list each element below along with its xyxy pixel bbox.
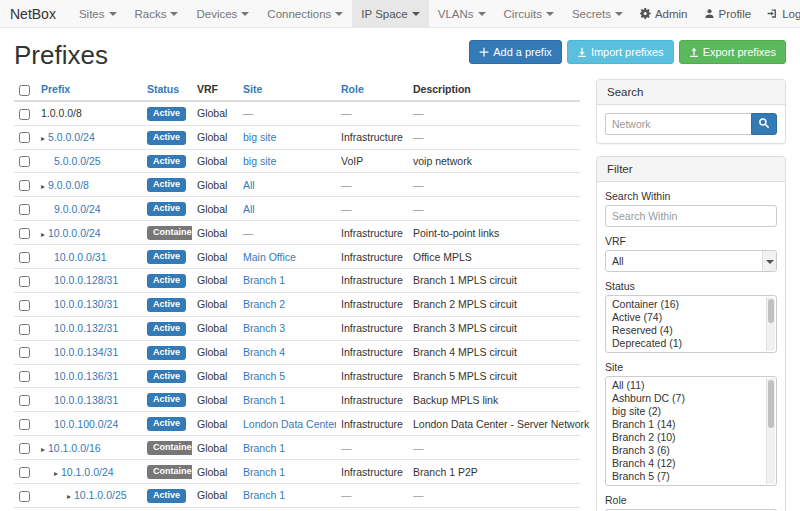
search-input[interactable]: [605, 113, 751, 135]
listbox-option[interactable]: big site (2): [606, 405, 764, 418]
prefix-link[interactable]: 10.1.0.0/16: [48, 442, 101, 454]
row-checkbox[interactable]: [19, 109, 30, 120]
site-link[interactable]: big site: [243, 155, 276, 167]
select-dropdown-button[interactable]: [762, 251, 776, 271]
scrollbar-thumb[interactable]: [768, 299, 774, 323]
site-link[interactable]: Branch 1: [243, 274, 285, 286]
row-checkbox[interactable]: [19, 300, 30, 311]
site-link[interactable]: Branch 5: [243, 370, 285, 382]
site-link[interactable]: big site: [243, 131, 276, 143]
row-checkbox[interactable]: [19, 467, 30, 478]
listbox-option[interactable]: Reserved (4): [606, 324, 764, 337]
expand-toggle-icon[interactable]: ▸: [41, 134, 45, 143]
prefix-link[interactable]: 10.0.0.138/31: [54, 394, 118, 406]
row-checkbox[interactable]: [19, 180, 30, 191]
site-link[interactable]: Branch 2: [243, 298, 285, 310]
sort-link-prefix[interactable]: Prefix: [41, 83, 70, 95]
site-link[interactable]: All: [243, 203, 255, 215]
site-link[interactable]: Branch 4: [243, 346, 285, 358]
export-prefixes-button[interactable]: Export prefixes: [679, 40, 786, 64]
site-link[interactable]: Branch 3: [243, 322, 285, 334]
select-all-checkbox[interactable]: [19, 85, 30, 96]
nav-item-ip-space[interactable]: IP Space: [352, 0, 428, 27]
prefix-link[interactable]: 10.1.0.0/24: [61, 466, 114, 478]
listbox-option[interactable]: Branch 3 (6): [606, 444, 764, 457]
prefix-link[interactable]: 10.0.0.128/31: [54, 274, 118, 286]
site-link[interactable]: Branch 1: [243, 442, 285, 454]
filter-listbox-status[interactable]: Container (16)Active (74)Reserved (4)Dep…: [605, 295, 777, 353]
sort-link-site[interactable]: Site: [243, 83, 262, 95]
prefix-cell: 1.0.0.0/8: [36, 101, 142, 125]
nav-item-vlans[interactable]: VLANs: [429, 0, 495, 27]
row-checkbox[interactable]: [19, 347, 30, 358]
site-link[interactable]: Branch 1: [243, 489, 285, 501]
prefix-link[interactable]: 5.0.0.0/24: [48, 131, 95, 143]
expand-toggle-icon[interactable]: ▸: [54, 469, 58, 478]
prefix-link[interactable]: 10.0.0.130/31: [54, 298, 118, 310]
import-prefixes-button[interactable]: Import prefixes: [567, 40, 674, 64]
row-checkbox[interactable]: [19, 443, 30, 454]
site-link[interactable]: Branch 1: [243, 466, 285, 478]
prefix-link[interactable]: 10.0.100.0/24: [54, 418, 118, 430]
prefix-link[interactable]: 9.0.0.0/24: [54, 203, 101, 215]
prefix-link[interactable]: 1.0.0.0/8: [41, 107, 82, 119]
nav-item-circuits[interactable]: Circuits: [495, 0, 563, 27]
sort-link-status[interactable]: Status: [147, 83, 179, 95]
filter-listbox-site[interactable]: All (11)Ashburn DC (7)big site (2)Branch…: [605, 376, 777, 486]
listbox-option[interactable]: All (11): [606, 379, 764, 392]
scrollbar[interactable]: [766, 297, 775, 351]
add-a-prefix-button[interactable]: Add a prefix: [469, 40, 562, 64]
site-link[interactable]: London Data Center: [243, 418, 336, 430]
listbox-option[interactable]: Branch 5 (7): [606, 470, 764, 483]
prefix-link[interactable]: 10.0.0.132/31: [54, 322, 118, 334]
site-link[interactable]: Branch 1: [243, 394, 285, 406]
nav-item-connections[interactable]: Connections: [258, 0, 352, 27]
nav-item-sites[interactable]: Sites: [70, 0, 126, 27]
filter-input-search-within[interactable]: [605, 205, 777, 227]
row-checkbox[interactable]: [19, 204, 30, 215]
row-checkbox[interactable]: [19, 156, 30, 167]
row-checkbox[interactable]: [19, 371, 30, 382]
row-checkbox[interactable]: [19, 395, 30, 406]
user-menu-admin[interactable]: Admin: [632, 0, 696, 27]
listbox-option[interactable]: Branch 1 (14): [606, 418, 764, 431]
listbox-option[interactable]: Ashburn DC (7): [606, 392, 764, 405]
site-link[interactable]: All: [243, 179, 255, 191]
filter-select-vrf[interactable]: All: [605, 250, 777, 272]
listbox-option[interactable]: Container (16): [606, 298, 764, 311]
user-menu-profile[interactable]: Profile: [696, 0, 760, 27]
nav-item-racks[interactable]: Racks: [126, 0, 188, 27]
scrollbar[interactable]: [766, 378, 775, 484]
prefix-link[interactable]: 5.0.0.0/25: [54, 155, 101, 167]
prefix-link[interactable]: 10.1.0.0/25: [74, 489, 127, 501]
prefix-link[interactable]: 10.0.0.0/24: [48, 227, 101, 239]
listbox-option[interactable]: Active (74): [606, 311, 764, 324]
sort-link-role[interactable]: Role: [341, 83, 364, 95]
row-checkbox[interactable]: [19, 491, 30, 502]
listbox-option[interactable]: Deprecated (1): [606, 337, 764, 350]
search-button[interactable]: [751, 113, 777, 135]
expand-toggle-icon[interactable]: ▸: [41, 230, 45, 239]
prefix-link[interactable]: 10.0.0.136/31: [54, 370, 118, 382]
row-checkbox[interactable]: [19, 132, 30, 143]
site-link[interactable]: Main Office: [243, 251, 296, 263]
brand[interactable]: NetBox: [10, 0, 56, 27]
prefix-link[interactable]: 9.0.0.0/8: [48, 179, 89, 191]
row-checkbox[interactable]: [19, 419, 30, 430]
prefix-link[interactable]: 10.0.0.0/31: [54, 251, 107, 263]
row-checkbox[interactable]: [19, 276, 30, 287]
expand-toggle-icon[interactable]: ▸: [67, 492, 71, 501]
nav-item-secrets[interactable]: Secrets: [563, 0, 632, 27]
listbox-option[interactable]: Branch 2 (10): [606, 431, 764, 444]
prefix-link[interactable]: 10.0.0.134/31: [54, 346, 118, 358]
row-checkbox[interactable]: [19, 324, 30, 335]
row-checkbox[interactable]: [19, 228, 30, 239]
user-menu-log-out[interactable]: Log out: [759, 0, 800, 27]
expand-toggle-icon[interactable]: ▸: [41, 182, 45, 191]
nav-item-devices[interactable]: Devices: [187, 0, 258, 27]
row-checkbox[interactable]: [19, 252, 30, 263]
listbox-option[interactable]: COLO 1 (24): [606, 483, 764, 486]
expand-toggle-icon[interactable]: ▸: [41, 445, 45, 454]
scrollbar-thumb[interactable]: [768, 380, 774, 428]
listbox-option[interactable]: Branch 4 (12): [606, 457, 764, 470]
